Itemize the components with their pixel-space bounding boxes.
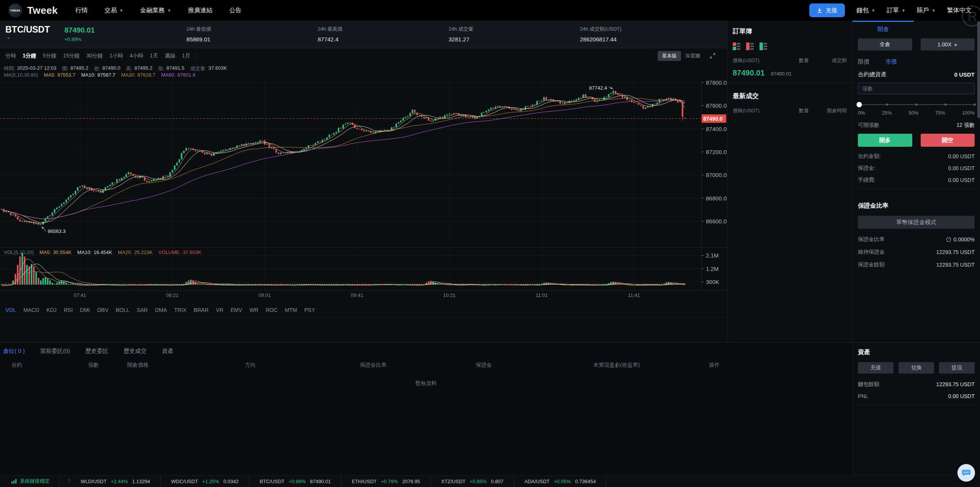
margin-mode-button[interactable]: 全倉 [858,38,912,51]
indicator-emv[interactable]: EMV [230,307,242,313]
view-basic[interactable]: 基本版 [658,51,681,61]
chevron-down-icon: ▼ [871,8,875,13]
ticker-item-wld[interactable]: WLD/USDT+2.44%1.13294 [70,476,161,487]
divider [197,53,197,59]
indicator-rsi[interactable]: RSI [64,307,73,313]
indicator-obv[interactable]: OBV [97,307,109,313]
slider-dot[interactable] [944,103,947,106]
deposit-button[interactable]: 充值 [809,3,845,17]
indicator-vr[interactable]: VR [216,307,223,313]
ticker-header: BTC/USDT ⌄ 87490.01 +0.89% 24h 最低價85869.… [0,21,727,48]
ticker-item-xtz[interactable]: XTZ/USDT+0.65%0.807 [431,476,514,487]
leverage-button[interactable]: 1.00X▶ [921,38,975,51]
menu-item-market[interactable]: 行情 [75,7,88,15]
single-margin-mode-button[interactable]: 單幣保證金模式 [858,216,975,229]
menu-item-orders[interactable]: 訂單▼ [887,7,905,15]
deposit-asset-button[interactable]: 充值 [858,362,893,374]
divider [727,83,852,83]
chevron-right-icon: ▶ [955,43,958,47]
view-switch: 基本版 深度圖 [658,51,715,61]
indicator-boll[interactable]: BOLL [116,307,129,313]
divider [858,405,975,405]
menu-item-announcement[interactable]: 公告 [229,7,242,15]
last-price: 87490.01 [64,26,95,34]
symbol-name: BTC/USDT [5,25,50,35]
indicator-dma[interactable]: DMA [155,307,167,313]
menu-item-referral[interactable]: 推廣連結 [188,7,212,15]
quantity-slider[interactable] [858,102,975,107]
ticker-item-eth[interactable]: ETH/USDT+0.79%2076.95 [341,476,431,487]
indicator-brar[interactable]: BRAR [194,307,209,313]
tab-order-history[interactable]: 歷史委託 [85,348,108,355]
timeframe-30m[interactable]: 30分鐘 [86,52,103,59]
timeframe-1mo[interactable]: 1月 [182,52,190,59]
timeframe-4h[interactable]: 4小時 [130,52,144,59]
connection-status: 系統鏈接穩定 [0,478,59,485]
available-contracts-row: 可開張數 12 張數 [858,122,975,129]
candlestick-chart[interactable] [0,63,727,302]
timeframe-15m[interactable]: 15分鐘 [63,52,80,59]
positions-tabs: 倉位( 0 ) 當前委託(0) 歷史委託 歷史成交 資產 [0,343,852,355]
orderbook-panel: 訂單簿 價格(USDT)數量成交額 [727,21,852,342]
indicator-macd[interactable]: MACD [23,307,39,313]
symbol-selector[interactable]: BTC/USDT ⌄ [5,25,50,48]
indicator-psy[interactable]: PSY [304,307,315,313]
timeframe-1m[interactable]: 1分鐘 [23,52,36,59]
timeframe-minute-line[interactable]: 分時 [5,52,16,59]
stat-24h-high: 24h 最高價87742.4 [318,21,342,48]
orderbook-mode-asks-icon[interactable] [746,43,755,50]
indicator-kdj[interactable]: KDJ [46,307,56,313]
tab-open-position[interactable]: 開倉 [853,21,914,37]
quantity-input[interactable] [858,83,975,94]
recent-trades-title: 最新成交 [733,92,847,100]
timeframe-1d[interactable]: 1天 [150,52,158,59]
convert-button[interactable]: 兌換 [898,362,934,374]
slider-handle[interactable] [857,102,862,107]
timeframe-5m[interactable]: 5分鐘 [43,52,57,59]
order-type-limit[interactable]: 限價 [858,58,869,66]
indicator-wr[interactable]: WR [250,307,258,313]
indicator-trix[interactable]: TRIX [174,307,186,313]
open-long-button[interactable]: 開多 [858,134,912,147]
timeframe-1h[interactable]: 1小時 [109,52,123,59]
indicator-mtm[interactable]: MTM [285,307,297,313]
slider-dot[interactable] [973,103,976,106]
indicator-dmi[interactable]: DMI [80,307,90,313]
timeframe-1w[interactable]: 週線 [165,52,175,59]
orderbook-title: 訂單簿 [733,27,847,36]
open-short-button[interactable]: 開空 [921,134,975,147]
tab-positions[interactable]: 倉位( 0 ) [3,348,25,355]
chat-support-button[interactable] [957,464,975,482]
slider-dot[interactable] [886,103,888,106]
indicator-sar[interactable]: SAR [137,307,148,313]
ticker-item-ada[interactable]: ADA/USDT+0.05%0.736454 [514,476,606,487]
menu-item-trade[interactable]: 交易▼ [105,7,123,15]
indicator-roc[interactable]: ROC [266,307,278,313]
chart-and-orderbook: BTC/USDT ⌄ 87490.01 +0.89% 24h 最低價85869.… [0,21,852,342]
slider-dot[interactable] [915,103,918,106]
view-depth[interactable]: 深度圖 [681,51,704,61]
fullscreen-icon[interactable] [710,53,715,59]
tab-open-orders[interactable]: 當前委託(0) [40,348,70,355]
signal-icon [11,479,16,484]
ticker-item-btc[interactable]: BTC/USDT+0.89%87490.01 [249,476,341,487]
order-type-market[interactable]: 市價 [885,58,897,66]
menu-item-wallet[interactable]: 錢包▼ [856,7,875,15]
menu-item-account[interactable]: 賬戶▼ [917,7,936,15]
ticker-scroll-hint: ? [59,479,70,484]
tab-trade-history[interactable]: 歷史成交 [124,348,147,355]
orderbook-last-price-row[interactable]: 87490.01 87490.01 [733,69,847,77]
scrollbar[interactable] [977,21,980,118]
orderbook-mode-bids-icon[interactable] [760,43,768,50]
ticker-item-wdc[interactable]: WDC/USDT+1.25%0.0342 [161,476,249,487]
spacer [0,318,727,342]
price-block: 87490.01 +0.89% [64,25,95,48]
order-type-tabs: 限價 市價 [858,58,975,66]
withdraw-button[interactable]: 提現 [939,362,975,374]
menu-item-finance[interactable]: 金融業務▼ [140,7,171,15]
orderbook-mode-both-icon[interactable] [733,43,741,50]
assets-buttons: 充值 兌換 提現 [858,362,975,374]
tab-assets[interactable]: 資產 [162,348,173,355]
margin-leverage-row: 全倉 1.00X▶ [858,38,975,51]
indicator-vol[interactable]: VOL [5,307,16,313]
